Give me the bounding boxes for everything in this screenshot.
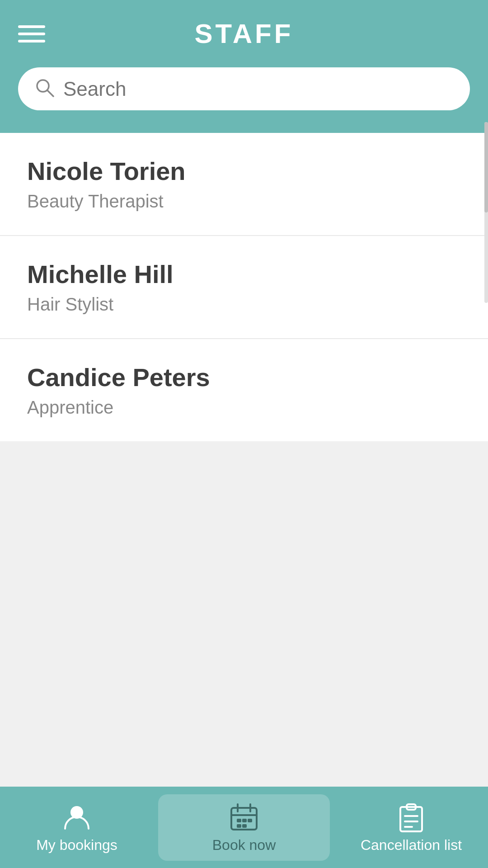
person-icon [61, 802, 92, 832]
nav-label-my-bookings: My bookings [36, 837, 117, 854]
staff-role-michelle: Hair Stylist [27, 294, 461, 315]
nav-label-cancellation-list: Cancellation list [361, 837, 462, 854]
svg-rect-9 [248, 819, 252, 822]
svg-rect-7 [237, 819, 241, 822]
header: STAFF [0, 0, 488, 133]
nav-label-book-now: Book now [212, 837, 276, 854]
staff-name-candice: Candice Peters [27, 363, 461, 392]
header-top: STAFF [18, 18, 470, 49]
hamburger-line-3 [18, 40, 45, 42]
search-bar[interactable] [18, 67, 470, 110]
nav-item-cancellation-list[interactable]: Cancellation list [334, 794, 488, 861]
staff-item-candice[interactable]: Candice Peters Apprentice [0, 339, 488, 441]
staff-role-nicole: Beauty Therapist [27, 191, 461, 212]
staff-role-candice: Apprentice [27, 397, 461, 418]
calendar-icon [229, 802, 259, 832]
nav-item-book-now[interactable]: Book now [158, 794, 330, 861]
staff-name-nicole: Nicole Torien [27, 156, 461, 186]
search-input[interactable] [63, 78, 454, 100]
staff-item-nicole[interactable]: Nicole Torien Beauty Therapist [0, 133, 488, 236]
svg-rect-8 [242, 819, 247, 822]
hamburger-line-2 [18, 33, 45, 35]
empty-content-area [0, 441, 488, 758]
search-icon [34, 77, 54, 100]
staff-list: Nicole Torien Beauty Therapist Michelle … [0, 133, 488, 441]
nav-item-my-bookings[interactable]: My bookings [0, 794, 154, 861]
page-title: STAFF [195, 18, 294, 49]
svg-rect-10 [237, 824, 241, 828]
svg-line-1 [47, 90, 53, 96]
hamburger-menu-button[interactable] [18, 25, 45, 42]
svg-rect-11 [242, 824, 247, 828]
staff-item-michelle[interactable]: Michelle Hill Hair Stylist [0, 236, 488, 339]
scrollbar[interactable] [484, 122, 488, 303]
hamburger-line-1 [18, 25, 45, 28]
staff-name-michelle: Michelle Hill [27, 259, 461, 289]
clipboard-icon [396, 802, 427, 832]
scrollbar-thumb[interactable] [484, 122, 488, 212]
bottom-navigation: My bookings Book now [0, 787, 488, 868]
